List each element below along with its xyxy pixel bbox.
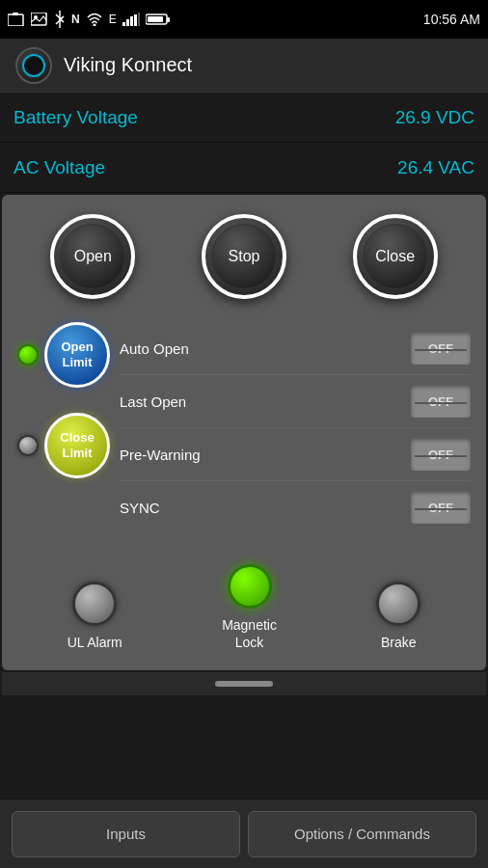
svg-rect-0 <box>8 14 23 26</box>
open-button[interactable]: Open <box>50 214 135 299</box>
network-type-icon: E <box>109 13 117 26</box>
svg-rect-6 <box>122 22 125 26</box>
ul-alarm-indicator: UL Alarm <box>68 582 122 651</box>
brake-indicator: Brake <box>376 582 420 651</box>
battery-voltage-row: Battery Voltage 26.9 VDC <box>0 93 488 143</box>
pre-warning-toggle[interactable]: OFF <box>411 438 471 471</box>
stop-button-label: Stop <box>229 248 260 265</box>
ac-voltage-row: AC Voltage 26.4 VAC <box>0 143 488 193</box>
close-button-inner: Close <box>363 224 428 289</box>
stop-button[interactable]: Stop <box>202 214 286 299</box>
sync-state: OFF <box>428 501 453 515</box>
app-icon <box>15 47 52 84</box>
status-icons-left: N E <box>8 11 171 28</box>
close-button-label: Close <box>375 248 415 265</box>
close-limit-led <box>17 435 39 456</box>
sync-toggle[interactable]: OFF <box>411 491 471 524</box>
options-commands-tab[interactable]: Options / Commands <box>248 811 476 857</box>
open-button-inner: Open <box>60 224 125 289</box>
open-limit-row: OpenLimit <box>17 322 110 388</box>
options-commands-tab-label: Options / Commands <box>294 826 430 842</box>
ul-alarm-label: UL Alarm <box>68 634 122 651</box>
svg-rect-13 <box>148 16 163 22</box>
scrollbar-thumb[interactable] <box>215 681 273 687</box>
open-limit-label: OpenLimit <box>61 339 93 369</box>
auto-open-state: OFF <box>428 341 453 356</box>
battery-voltage-value: 26.9 VDC <box>395 107 474 128</box>
svg-rect-2 <box>31 13 46 25</box>
auto-open-toggle[interactable]: OFF <box>411 332 471 365</box>
main-panel: Open Stop Close OpenLimit <box>2 195 486 670</box>
tab-bar: Inputs Options / Commands <box>0 799 488 868</box>
last-open-label: Last Open <box>120 393 186 410</box>
close-button[interactable]: Close <box>353 214 438 299</box>
inputs-tab[interactable]: Inputs <box>12 811 240 857</box>
close-limit-button[interactable]: CloseLimit <box>44 413 110 478</box>
close-limit-label: CloseLimit <box>60 430 94 460</box>
brake-led <box>376 582 420 626</box>
magnetic-lock-indicator: MagneticLock <box>222 564 277 651</box>
last-open-state: OFF <box>428 394 453 409</box>
magnetic-lock-label: MagneticLock <box>222 616 277 651</box>
svg-point-5 <box>93 24 95 27</box>
magnetic-lock-led <box>228 564 272 609</box>
ac-voltage-label: AC Voltage <box>14 157 105 178</box>
ul-alarm-led <box>72 582 117 626</box>
pre-warning-row: Pre-Warning OFF <box>120 428 471 481</box>
svg-rect-9 <box>134 14 137 26</box>
svg-rect-7 <box>126 19 129 26</box>
screenshot-icon <box>8 13 25 26</box>
time-display: 10:56 AM <box>423 12 480 27</box>
svg-rect-8 <box>130 16 133 26</box>
signal-bars-icon <box>122 13 140 26</box>
bluetooth-icon <box>54 11 66 28</box>
bottom-indicators: UL Alarm MagneticLock Brake <box>17 555 471 651</box>
auto-open-label: Auto Open <box>120 340 189 357</box>
status-time: 10:56 AM <box>423 12 480 27</box>
sync-label: SYNC <box>120 500 160 516</box>
last-open-toggle[interactable]: OFF <box>411 385 471 418</box>
battery-voltage-label: Battery Voltage <box>14 107 138 128</box>
open-limit-led <box>17 344 39 366</box>
toggles-col: Auto Open OFF Last Open OFF Pre-Warning … <box>120 322 471 533</box>
wifi-icon <box>86 13 103 26</box>
svg-rect-10 <box>138 13 140 26</box>
pre-warning-label: Pre-Warning <box>120 447 201 463</box>
open-button-label: Open <box>74 248 112 265</box>
app-title: Viking Konnect <box>64 54 192 76</box>
sync-row: SYNC OFF <box>120 481 471 533</box>
brake-label: Brake <box>381 634 417 651</box>
pre-warning-state: OFF <box>428 448 453 462</box>
close-limit-row: CloseLimit <box>17 413 110 478</box>
control-buttons-row: Open Stop Close <box>17 214 471 299</box>
auto-open-row: Auto Open OFF <box>120 322 471 375</box>
ac-voltage-value: 26.4 VAC <box>397 157 474 178</box>
last-open-row: Last Open OFF <box>120 375 471 428</box>
svg-rect-1 <box>13 13 18 15</box>
svg-rect-12 <box>167 17 170 22</box>
app-bar: Viking Konnect <box>0 39 488 93</box>
app-icon-inner <box>22 54 45 77</box>
scrollbar-area <box>2 672 486 695</box>
image-icon <box>31 13 48 26</box>
limit-group: OpenLimit CloseLimit <box>17 322 110 478</box>
status-bar: N E 10:56 AM <box>0 0 488 39</box>
open-limit-button[interactable]: OpenLimit <box>44 322 110 388</box>
middle-area: OpenLimit CloseLimit Auto Open OFF Last … <box>17 322 471 533</box>
stop-button-inner: Stop <box>211 224 277 289</box>
nfc-icon: N <box>71 13 80 26</box>
battery-icon <box>146 13 171 26</box>
inputs-tab-label: Inputs <box>106 826 146 842</box>
